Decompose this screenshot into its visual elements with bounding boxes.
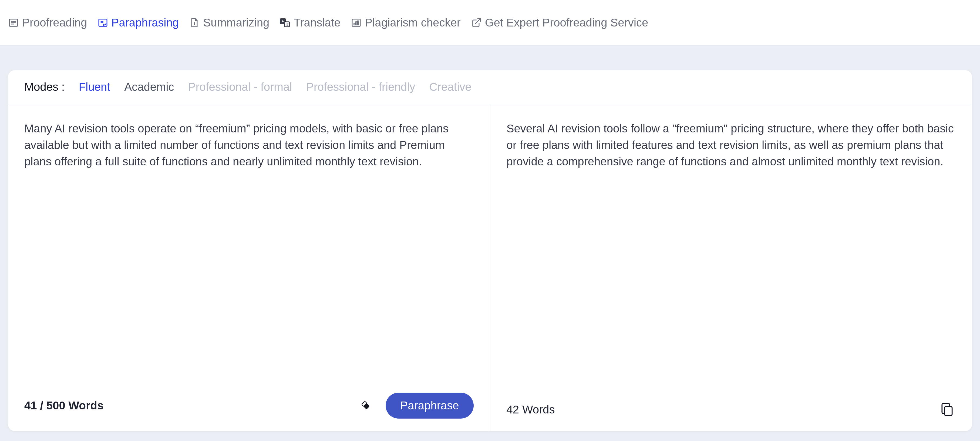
svg-rect-13 [354, 23, 355, 25]
nav-item-label: Plagiarism checker [365, 16, 461, 29]
modes-label: Modes : [24, 80, 65, 94]
nav-item-label: Translate [294, 16, 340, 29]
nav-item-expert-service[interactable]: Get Expert Proofreading Service [471, 16, 648, 29]
nav-item-plagiarism[interactable]: Plagiarism checker [351, 16, 461, 29]
nav-item-translate[interactable]: A 文 Translate [280, 16, 340, 29]
paraphrasing-icon [97, 17, 108, 28]
nav-item-label: Get Expert Proofreading Service [485, 16, 648, 29]
nav-item-label: Paraphrasing [111, 16, 179, 29]
paraphraser-card: Modes : Fluent Academic Professional - f… [8, 70, 972, 431]
input-footer: 41 / 500 Words Paraphrase [24, 393, 474, 419]
top-nav: Proofreading Paraphrasing [0, 0, 980, 46]
input-word-counter: 41 / 500 Words [24, 399, 103, 412]
top-nav-list: Proofreading Paraphrasing [8, 16, 648, 29]
external-link-icon [471, 17, 482, 28]
svg-rect-19 [945, 407, 952, 415]
nav-item-label: Summarizing [203, 16, 269, 29]
mode-fluent[interactable]: Fluent [79, 80, 110, 94]
svg-rect-14 [356, 22, 357, 25]
output-pane: Several AI revision tools follow a "free… [490, 104, 972, 431]
output-footer: 42 Words [507, 401, 956, 419]
mode-professional-friendly[interactable]: Professional - friendly [306, 80, 415, 94]
modes-bar: Modes : Fluent Academic Professional - f… [8, 70, 972, 104]
svg-rect-15 [358, 21, 359, 25]
mode-creative[interactable]: Creative [430, 80, 471, 94]
nav-item-paraphrasing[interactable]: Paraphrasing [97, 16, 179, 29]
translate-icon: A 文 [280, 17, 290, 28]
plagiarism-icon [351, 17, 361, 28]
nav-item-proofreading[interactable]: Proofreading [8, 16, 87, 29]
input-pane: Many AI revision tools operate on “freem… [8, 104, 490, 431]
svg-line-16 [475, 19, 480, 24]
erase-button[interactable] [358, 397, 374, 414]
input-text[interactable]: Many AI revision tools operate on “freem… [24, 120, 474, 385]
copy-icon [940, 401, 955, 417]
summarizing-icon [189, 17, 200, 28]
nav-item-label: Proofreading [22, 16, 87, 29]
nav-item-summarizing[interactable]: Summarizing [189, 16, 269, 29]
svg-text:文: 文 [286, 23, 289, 26]
eraser-icon [359, 398, 373, 413]
output-text: Several AI revision tools follow a "free… [507, 120, 956, 392]
proofreading-icon [8, 17, 19, 28]
mode-professional-formal[interactable]: Professional - formal [188, 80, 292, 94]
mode-academic[interactable]: Academic [124, 80, 174, 94]
editor-panes: Many AI revision tools operate on “freem… [8, 104, 972, 431]
svg-text:A: A [282, 19, 284, 23]
output-word-counter: 42 Words [507, 403, 555, 416]
paraphrase-button[interactable]: Paraphrase [386, 393, 473, 419]
copy-button[interactable] [939, 401, 956, 419]
